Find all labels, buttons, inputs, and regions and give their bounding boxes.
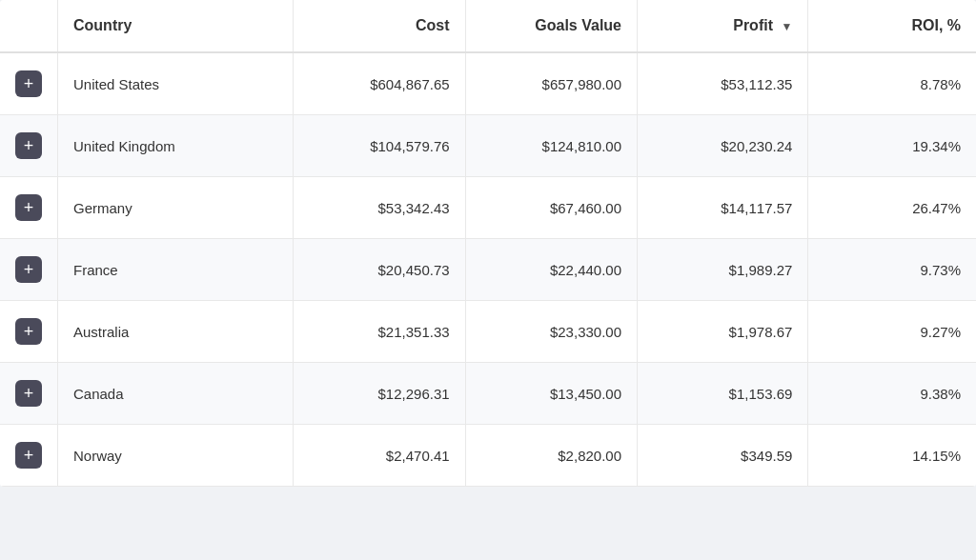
- cost-cell: $12,296.31: [294, 363, 465, 425]
- country-cell: Norway: [58, 425, 294, 487]
- profit-cell: $1,153.69: [638, 363, 808, 425]
- table-row: +Germany$53,342.43$67,460.00$14,117.5726…: [0, 177, 976, 239]
- expand-button[interactable]: +: [15, 256, 42, 283]
- cost-cell: $2,470.41: [294, 425, 465, 487]
- country-cell: United States: [58, 52, 294, 115]
- profit-column-header[interactable]: Profit ▼: [638, 0, 808, 52]
- expand-button[interactable]: +: [15, 70, 42, 97]
- country-column-header: Country: [58, 0, 294, 52]
- expand-cell: +: [0, 301, 58, 363]
- profit-cell: $349.59: [638, 425, 808, 487]
- roi-column-header: ROI, %: [808, 0, 976, 52]
- expand-cell: +: [0, 115, 58, 177]
- expand-column-header: [0, 0, 58, 52]
- table-row: +Norway$2,470.41$2,820.00$349.5914.15%: [0, 425, 976, 487]
- roi-cell: 14.15%: [808, 425, 976, 487]
- cost-cell: $20,450.73: [294, 239, 465, 301]
- goals-value-cell: $23,330.00: [465, 301, 637, 363]
- roi-cell: 9.38%: [808, 363, 976, 425]
- table-row: +Australia$21,351.33$23,330.00$1,978.679…: [0, 301, 976, 363]
- table-row: +France$20,450.73$22,440.00$1,989.279.73…: [0, 239, 976, 301]
- cost-cell: $21,351.33: [294, 301, 465, 363]
- table-row: +United Kingdom$104,579.76$124,810.00$20…: [0, 115, 976, 177]
- cost-cell: $604,867.65: [294, 52, 465, 115]
- table-row: +United States$604,867.65$657,980.00$53,…: [0, 52, 976, 115]
- profit-cell: $20,230.24: [638, 115, 808, 177]
- profit-cell: $53,112.35: [638, 52, 808, 115]
- expand-cell: +: [0, 52, 58, 115]
- expand-button[interactable]: +: [15, 194, 42, 221]
- cost-cell: $53,342.43: [294, 177, 465, 239]
- expand-button[interactable]: +: [15, 318, 42, 345]
- sort-desc-icon: ▼: [781, 20, 792, 33]
- goals-value-column-header: Goals Value: [465, 0, 637, 52]
- cost-column-header: Cost: [294, 0, 465, 52]
- expand-cell: +: [0, 425, 58, 487]
- data-table: Country Cost Goals Value Profit ▼ ROI, %…: [0, 0, 976, 487]
- profit-cell: $1,989.27: [638, 239, 808, 301]
- expand-button[interactable]: +: [15, 132, 42, 159]
- expand-button[interactable]: +: [15, 442, 42, 469]
- profit-cell: $14,117.57: [638, 177, 808, 239]
- goals-value-cell: $67,460.00: [465, 177, 637, 239]
- goals-value-cell: $2,820.00: [465, 425, 637, 487]
- expand-button[interactable]: +: [15, 380, 42, 407]
- roi-cell: 19.34%: [808, 115, 976, 177]
- cost-cell: $104,579.76: [294, 115, 465, 177]
- profit-cell: $1,978.67: [638, 301, 808, 363]
- country-cell: Germany: [58, 177, 294, 239]
- table-row: +Canada$12,296.31$13,450.00$1,153.699.38…: [0, 363, 976, 425]
- country-cell: France: [58, 239, 294, 301]
- expand-cell: +: [0, 239, 58, 301]
- goals-value-cell: $22,440.00: [465, 239, 637, 301]
- goals-value-cell: $124,810.00: [465, 115, 637, 177]
- goals-value-cell: $13,450.00: [465, 363, 637, 425]
- country-cell: United Kingdom: [58, 115, 294, 177]
- roi-cell: 9.73%: [808, 239, 976, 301]
- roi-cell: 8.78%: [808, 52, 976, 115]
- country-cell: Canada: [58, 363, 294, 425]
- goals-value-cell: $657,980.00: [465, 52, 637, 115]
- country-cell: Australia: [58, 301, 294, 363]
- roi-cell: 26.47%: [808, 177, 976, 239]
- roi-cell: 9.27%: [808, 301, 976, 363]
- expand-cell: +: [0, 177, 58, 239]
- expand-cell: +: [0, 363, 58, 425]
- table-header-row: Country Cost Goals Value Profit ▼ ROI, %: [0, 0, 976, 52]
